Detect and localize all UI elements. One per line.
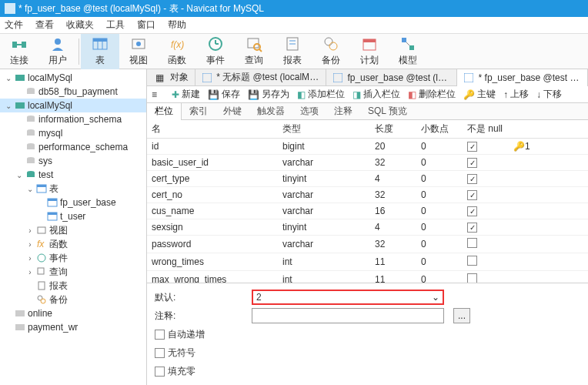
st-sql[interactable]: SQL 预览 bbox=[360, 103, 415, 120]
tb-function[interactable]: f(x)函数 bbox=[158, 34, 196, 69]
tree-db-perf[interactable]: performance_schema bbox=[0, 140, 146, 154]
tab-2[interactable]: fp_user_base @test (localM... bbox=[326, 69, 457, 86]
ck-autoinc[interactable]: 自动递增 bbox=[155, 326, 205, 342]
table-row[interactable]: cus_namevarchar160✓ bbox=[147, 203, 588, 219]
ob-inscol[interactable]: ◨插入栏位 bbox=[352, 88, 400, 101]
menu-fav[interactable]: 收藏夹 bbox=[66, 18, 94, 32]
tb-event[interactable]: 事件 bbox=[196, 34, 235, 69]
tree-conn2[interactable]: ⌄localMySql bbox=[0, 99, 146, 112]
svg-rect-31 bbox=[15, 102, 25, 109]
svg-rect-24 bbox=[363, 39, 376, 42]
table-row[interactable]: basic_user_idvarchar320✓ bbox=[147, 155, 588, 171]
col-name[interactable]: 名 bbox=[147, 120, 278, 139]
tb-table[interactable]: 表 bbox=[81, 34, 119, 69]
tree-online[interactable]: online bbox=[0, 306, 146, 320]
comment-input[interactable] bbox=[252, 308, 444, 323]
hamburger-icon[interactable]: ≡ bbox=[152, 89, 164, 100]
ob-addcol[interactable]: ◧添加栏位 bbox=[297, 88, 345, 101]
db-tree[interactable]: ⌄localMySql db58_fbu_payment ⌄localMySql… bbox=[0, 69, 147, 385]
svg-rect-1 bbox=[12, 42, 17, 48]
tree-reports[interactable]: 报表 bbox=[0, 279, 146, 293]
svg-rect-37 bbox=[27, 145, 35, 149]
tree-queries[interactable]: ›查询 bbox=[0, 265, 146, 279]
tb-connect[interactable]: 连接 bbox=[0, 34, 38, 69]
ob-save[interactable]: 💾保存 bbox=[208, 88, 240, 101]
main-toolbar: 连接 用户 表 视图 f(x)函数 事件 查询 报表 备份 计划 模型 bbox=[0, 34, 588, 69]
col-dec[interactable]: 小数点 bbox=[416, 120, 463, 139]
st-cols[interactable]: 栏位 bbox=[147, 103, 182, 120]
column-props: 默认: 2⌄ 注释: ... 自动递增 无符号 填充零 bbox=[147, 283, 588, 385]
table-row[interactable]: cert_novarchar320✓ bbox=[147, 187, 588, 203]
tb-model[interactable]: 模型 bbox=[389, 34, 427, 69]
st-trig[interactable]: 触发器 bbox=[249, 103, 292, 120]
ob-saveas[interactable]: 💾另存为 bbox=[248, 88, 289, 101]
svg-rect-48 bbox=[38, 227, 45, 233]
tb-backup[interactable]: 备份 bbox=[312, 34, 350, 69]
svg-rect-33 bbox=[27, 117, 35, 122]
default-combo[interactable]: 2⌄ bbox=[252, 290, 444, 305]
svg-rect-45 bbox=[48, 199, 57, 201]
tab-1[interactable]: * 无标题 @test (localMySql) ... bbox=[195, 69, 326, 86]
ob-pk[interactable]: 🔑主键 bbox=[463, 88, 496, 101]
svg-point-22 bbox=[329, 42, 337, 50]
st-cmt[interactable]: 注释 bbox=[326, 103, 360, 120]
svg-rect-0 bbox=[5, 3, 15, 14]
tree-paymentwr[interactable]: payment_wr bbox=[0, 320, 146, 334]
tb-report[interactable]: 报表 bbox=[273, 34, 312, 69]
menu-window[interactable]: 窗口 bbox=[137, 18, 155, 32]
designer-tabs: 栏位 索引 外键 触发器 选项 注释 SQL 预览 bbox=[147, 103, 588, 120]
svg-rect-52 bbox=[38, 282, 45, 290]
table-row[interactable]: passwordvarchar320 bbox=[147, 236, 588, 253]
col-nn[interactable]: 不是 null bbox=[463, 120, 509, 139]
tree-events[interactable]: ›事件 bbox=[0, 251, 146, 265]
ob-up[interactable]: ↑上移 bbox=[503, 88, 529, 101]
menu-help[interactable]: 帮助 bbox=[168, 18, 186, 32]
tab-objects[interactable]: ▦对象 bbox=[147, 69, 195, 86]
tree-tables[interactable]: ⌄表 bbox=[0, 182, 146, 196]
ck-unsigned[interactable]: 无符号 bbox=[155, 345, 195, 360]
svg-line-17 bbox=[259, 49, 262, 52]
st-fk[interactable]: 外键 bbox=[215, 103, 249, 120]
ob-delcol[interactable]: ◧删除栏位 bbox=[408, 88, 456, 101]
tb-query[interactable]: 查询 bbox=[235, 34, 273, 69]
tb-view[interactable]: 视图 bbox=[119, 34, 158, 69]
tree-backups[interactable]: 备份 bbox=[0, 293, 146, 306]
table-row[interactable]: cert_typetinyint40✓ bbox=[147, 171, 588, 187]
tree-db-info[interactable]: information_schema bbox=[0, 112, 146, 126]
tree-db-test[interactable]: ⌄test bbox=[0, 168, 146, 182]
ck-zerofill[interactable]: 填充零 bbox=[155, 363, 195, 379]
ob-down[interactable]: ↓下移 bbox=[536, 88, 562, 101]
table-row[interactable]: max_wrong_timesint110 bbox=[147, 271, 588, 283]
chevron-down-icon: ⌄ bbox=[432, 292, 439, 303]
st-opt[interactable]: 选项 bbox=[292, 103, 326, 120]
tree-conn[interactable]: ⌄localMySql bbox=[0, 71, 146, 85]
tree-db[interactable]: db58_fbu_payment bbox=[0, 85, 146, 99]
tree-funcs[interactable]: ›fx函数 bbox=[0, 237, 146, 251]
table-row[interactable]: idbigint200✓🔑1 bbox=[147, 139, 588, 155]
svg-point-16 bbox=[254, 44, 260, 50]
col-key[interactable] bbox=[509, 120, 588, 139]
svg-rect-6 bbox=[93, 38, 107, 42]
svg-rect-55 bbox=[15, 310, 25, 316]
table-row[interactable]: wrong_timesint110 bbox=[147, 253, 588, 271]
st-idx[interactable]: 索引 bbox=[182, 103, 215, 120]
menu-view[interactable]: 查看 bbox=[35, 18, 54, 32]
columns-grid[interactable]: 名 类型 长度 小数点 不是 null idbigint200✓🔑1basic_… bbox=[147, 120, 588, 283]
tree-db-sys[interactable]: sys bbox=[0, 154, 146, 168]
svg-rect-2 bbox=[22, 42, 26, 48]
table-row[interactable]: sexsigntinyint40✓ bbox=[147, 219, 588, 236]
tree-views[interactable]: ›视图 bbox=[0, 223, 146, 237]
tree-db-mysql[interactable]: mysql bbox=[0, 126, 146, 140]
lbl-comment: 注释: bbox=[155, 310, 246, 323]
comment-more-button[interactable]: ... bbox=[453, 308, 470, 323]
tab-3[interactable]: * fp_user_base @test (local... bbox=[457, 69, 588, 86]
menu-file[interactable]: 文件 bbox=[5, 18, 23, 32]
col-len[interactable]: 长度 bbox=[370, 120, 416, 139]
menu-tools[interactable]: 工具 bbox=[106, 18, 125, 32]
tree-table-tuser[interactable]: t_user bbox=[0, 209, 146, 223]
tree-table-fp[interactable]: fp_user_base bbox=[0, 196, 146, 209]
ob-new[interactable]: ✚新建 bbox=[172, 88, 200, 101]
tb-user[interactable]: 用户 bbox=[38, 34, 77, 69]
tb-schedule[interactable]: 计划 bbox=[350, 34, 389, 69]
col-type[interactable]: 类型 bbox=[278, 120, 370, 139]
